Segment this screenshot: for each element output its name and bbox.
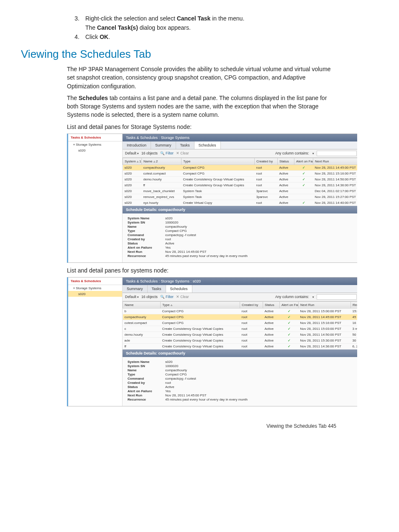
col-nextrun[interactable]: Next Run: [313, 158, 358, 164]
cell: 50 minutes past every hour of ev: [351, 332, 358, 337]
cell: 3parsvc: [255, 188, 278, 194]
table-row[interactable]: s020xyz.hourlyCreate Virtual CopyrootAct…: [123, 200, 358, 206]
page-footer: Viewing the Schedules Tab 445: [21, 423, 336, 429]
cell: Nov 28, 2011 15:16:00 PST: [299, 320, 351, 326]
detail-row: Created byroot: [128, 237, 357, 241]
detail-row: Next RunNov 28, 2011 14:45:00 PST: [128, 250, 357, 254]
cell: root: [255, 182, 278, 188]
col-status[interactable]: Status: [263, 301, 280, 308]
section-heading: Viewing the Schedules Tab: [21, 48, 336, 61]
filter-input[interactable]: [317, 151, 357, 156]
tab-tasks[interactable]: Tasks: [176, 141, 194, 149]
detail-value: 45 minutes past every hour of every day …: [165, 398, 248, 401]
cell: root: [255, 170, 278, 176]
cell: 3parsvc: [255, 194, 278, 200]
cell: ✓: [280, 320, 299, 326]
table-header-row: Name Type ▵ Created by Status Alert on F…: [123, 301, 358, 308]
cell: ✓: [280, 326, 299, 332]
detail-value: root: [165, 237, 171, 241]
nav-item-storage-systems[interactable]: ▾ Storage Systems: [68, 285, 122, 291]
tab-summary[interactable]: Summary: [151, 141, 176, 149]
col-alert[interactable]: Alert on Failure: [294, 158, 313, 164]
table-row[interactable]: cotest.compactCompact CPGrootActive✓Nov …: [123, 320, 358, 326]
detail-key: System SN: [128, 221, 165, 224]
anycol-dropdown[interactable]: [312, 295, 314, 299]
table-row[interactable]: demo.hourlyCreate Consistency Group Virt…: [123, 332, 358, 337]
table-row[interactable]: ffCreate Consistency Group Virtual Copie…: [123, 343, 358, 349]
detail-key: Alert on Failure: [128, 246, 165, 249]
table-row[interactable]: s020compacthourlyCompact CPGrootActive✓N…: [123, 164, 358, 170]
filter-button[interactable]: 🔍 Filter: [160, 151, 174, 155]
filter-input[interactable]: [317, 294, 357, 300]
col-type[interactable]: Type: [182, 158, 255, 164]
figure-caption: List and detail panes for systems node:: [67, 267, 336, 274]
col-label: Name: [143, 159, 152, 163]
col-recurrence[interactable]: Rec: [351, 301, 358, 308]
col-createdby[interactable]: Created by: [255, 158, 278, 164]
text-bold: Schedules: [79, 95, 108, 101]
detail-row: System SN1000020: [128, 221, 357, 224]
cell: ff: [123, 343, 161, 349]
cell: [294, 194, 313, 200]
object-count: 16 objects: [141, 151, 158, 155]
col-createdby[interactable]: Created by: [240, 301, 263, 308]
cell: remove_expired_vvs: [142, 194, 182, 200]
table-row[interactable]: cCreate Consistency Group Virtual Copies…: [123, 326, 358, 332]
table-row[interactable]: s020move_back_chunkletSystem Task3parsvc…: [123, 188, 358, 194]
col-system[interactable]: System ▵ 1: [123, 158, 142, 164]
detail-value: s020: [165, 216, 172, 220]
default-dropdown[interactable]: Default: [125, 295, 139, 299]
detail-row: Namecompacthourly: [128, 368, 357, 372]
cell: root: [255, 164, 278, 170]
cell: ✓: [280, 337, 299, 343]
cell: s020: [123, 188, 142, 194]
default-dropdown[interactable]: Default: [125, 151, 139, 155]
text: The: [67, 95, 79, 101]
col-nextrun[interactable]: Next Run: [299, 301, 351, 308]
table-row[interactable]: s020ffCreate Consistency Group Virtual C…: [123, 182, 358, 188]
clear-button[interactable]: ✕ Clear: [176, 151, 189, 155]
cell: Active: [263, 332, 280, 337]
clear-label: Clear: [180, 295, 189, 299]
col-alert[interactable]: Alert on Failure: [280, 301, 299, 308]
col-name[interactable]: Name: [123, 301, 161, 308]
detail-key: Next Run: [128, 393, 165, 397]
nav-item-storage-systems[interactable]: ▾ Storage Systems: [68, 141, 122, 147]
paragraph: The Schedules tab contains a list pane a…: [67, 94, 336, 119]
detail-body: System Names020System SN1000020Namecompa…: [123, 213, 357, 262]
table-row[interactable]: adeCreate Consistency Group Virtual Copi…: [123, 337, 358, 343]
schedules-table: Name Type ▵ Created by Status Alert on F…: [123, 301, 357, 350]
detail-value: compacthourly: [165, 225, 187, 229]
detail-value: 45 minutes past every hour of every day …: [165, 254, 248, 258]
col-name[interactable]: Name ▵ 2: [142, 158, 182, 164]
screenshot-storage-systems: Tasks & Schedules ▾ Storage Systems s020…: [67, 134, 357, 263]
table-row[interactable]: s020remove_expired_vvsSystem Task3parsvc…: [123, 194, 358, 200]
text-bold: OK: [100, 33, 108, 40]
col-status[interactable]: Status: [278, 158, 294, 164]
nav-item-system[interactable]: s020: [68, 291, 122, 297]
filter-button[interactable]: 🔍 Filter: [160, 295, 174, 299]
tab-schedules[interactable]: Schedules: [166, 285, 192, 293]
anycol-dropdown[interactable]: [312, 151, 314, 155]
tab-tasks[interactable]: Tasks: [148, 285, 166, 293]
table-row[interactable]: compacthourlyCompact CPGrootActive✓Nov 2…: [123, 314, 358, 320]
table-row[interactable]: s020cotest.compactCompact CPGrootActive✓…: [123, 170, 358, 176]
cell: b: [123, 308, 161, 314]
cell: compacthourly: [142, 164, 182, 170]
cell: ✓: [294, 200, 313, 206]
cell: Compact CPG: [182, 164, 255, 170]
tab-summary[interactable]: Summary: [123, 285, 148, 293]
tab-schedules[interactable]: Schedules: [194, 141, 221, 149]
cell: Compact CPG: [161, 320, 240, 326]
table-row[interactable]: bCompact CPGrootActive✓Nov 28, 2011 15:0…: [123, 308, 358, 314]
table-row[interactable]: s020demo.hourlyCreate Consistency Group …: [123, 176, 358, 182]
detail-value: compactcpg -f cotest: [165, 233, 196, 237]
nav-item-system[interactable]: s020: [68, 147, 122, 153]
col-type[interactable]: Type ▵: [161, 301, 240, 308]
nav-label: Storage Systems: [76, 286, 101, 290]
clear-button[interactable]: ✕ Clear: [176, 295, 189, 299]
check-icon: ✓: [296, 183, 312, 187]
filter-label: Filter: [166, 151, 174, 155]
tab-introduction[interactable]: Introduction: [123, 141, 151, 149]
detail-value: Active: [165, 385, 174, 389]
